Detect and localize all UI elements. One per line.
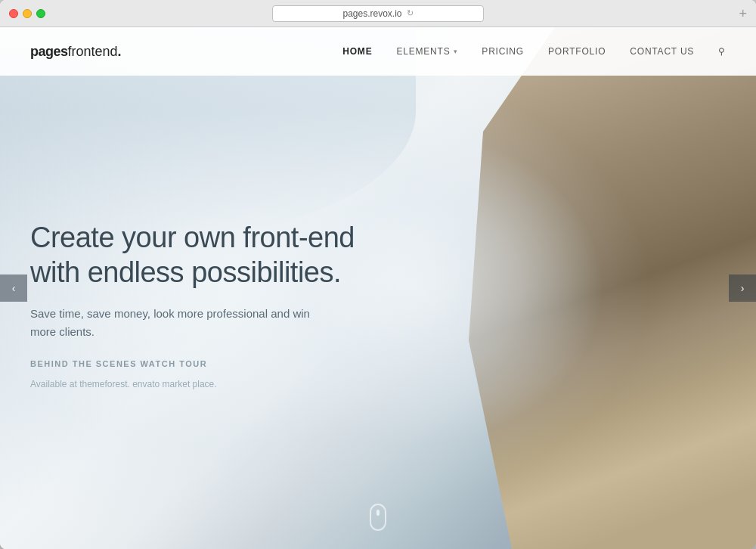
- nav-item-portfolio[interactable]: PORTFOLIO: [548, 46, 606, 57]
- new-tab-button[interactable]: +: [739, 7, 747, 20]
- site-content: pages frontend . HOME ELEMENTS ▾ PRICING…: [0, 27, 756, 549]
- hero-cta-link[interactable]: BEHIND THE SCENES WATCH TOUR: [30, 359, 355, 368]
- nav-item-home[interactable]: HOME: [342, 46, 372, 57]
- chevron-down-icon: ▾: [454, 48, 458, 55]
- traffic-lights: [9, 9, 45, 18]
- slider-next-button[interactable]: ›: [729, 274, 756, 302]
- slider-prev-button[interactable]: ‹: [0, 274, 27, 302]
- close-button[interactable]: [9, 9, 18, 18]
- scroll-dot: [376, 510, 380, 516]
- scroll-indicator: [370, 504, 386, 531]
- hero-available-text: Available at themeforest. envato market …: [30, 379, 355, 389]
- hero-content: Create your own front-endwith endless po…: [30, 221, 355, 389]
- logo-frontend: frontend: [68, 44, 118, 60]
- browser-window: pages.revox.io ↻ + pages frontend . HOME: [0, 0, 756, 549]
- url-bar[interactable]: pages.revox.io ↻: [272, 5, 484, 22]
- nav-links: HOME ELEMENTS ▾ PRICING PORTFOLIO CONTAC…: [342, 46, 726, 57]
- chevron-right-icon: ›: [741, 282, 745, 294]
- logo-pages: pages: [30, 44, 68, 60]
- logo[interactable]: pages frontend .: [30, 44, 122, 60]
- nav-item-elements[interactable]: ELEMENTS ▾: [396, 46, 457, 57]
- refresh-icon[interactable]: ↻: [407, 8, 414, 18]
- nav-item-contact[interactable]: CONTACT US: [630, 46, 694, 57]
- search-button[interactable]: ⚲: [718, 46, 726, 57]
- logo-dot: .: [118, 44, 122, 60]
- titlebar: pages.revox.io ↻ +: [0, 0, 756, 27]
- hero-subtext: Save time, save money, look more profess…: [30, 305, 333, 341]
- url-text: pages.revox.io: [342, 8, 401, 19]
- chevron-left-icon: ‹: [12, 282, 16, 294]
- fullscreen-button[interactable]: [36, 9, 45, 18]
- search-icon: ⚲: [718, 46, 726, 57]
- nav-item-pricing[interactable]: PRICING: [482, 46, 524, 57]
- hero-headline: Create your own front-endwith endless po…: [30, 221, 355, 290]
- minimize-button[interactable]: [23, 9, 32, 18]
- navbar: pages frontend . HOME ELEMENTS ▾ PRICING…: [0, 27, 756, 76]
